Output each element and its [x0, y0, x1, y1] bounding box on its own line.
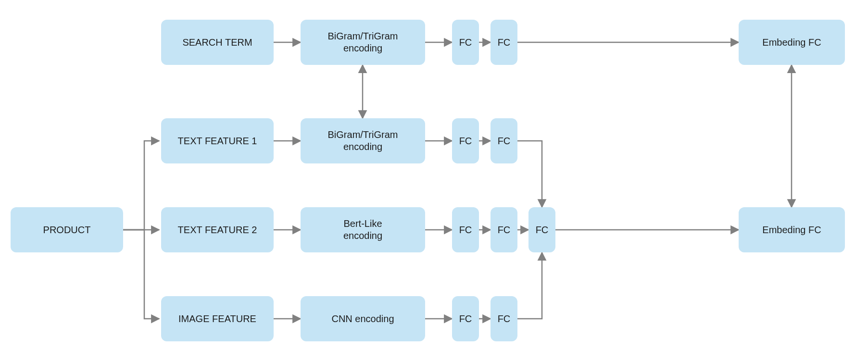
node-label: Embeding FC	[762, 37, 821, 49]
node-product-embedding-fc: Embeding FC	[739, 207, 845, 252]
node-label: BiGram/TriGramencoding	[328, 129, 398, 153]
edges-layer	[0, 0, 868, 362]
node-label: FC	[459, 135, 472, 147]
node-txt1-encoding: BiGram/TriGramencoding	[301, 118, 425, 163]
node-product: PRODUCT	[11, 207, 123, 252]
node-merge-fc: FC	[528, 207, 555, 252]
node-label: FC	[498, 37, 511, 49]
node-image-feature: IMAGE FEATURE	[161, 296, 274, 341]
node-label: Bert-Likeencoding	[343, 218, 382, 242]
node-txt1-fc1: FC	[452, 118, 479, 163]
node-label: SEARCH TERM	[182, 37, 252, 49]
node-label: CNN encoding	[331, 313, 394, 325]
node-search-encoding: BiGram/TriGramencoding	[301, 20, 425, 65]
node-label: FC	[498, 313, 511, 325]
node-text-feature-2: TEXT FEATURE 2	[161, 207, 274, 252]
node-label: PRODUCT	[43, 224, 91, 236]
node-txt2-fc2: FC	[491, 207, 517, 252]
diagram-canvas: SEARCH TERM BiGram/TriGramencoding FC FC…	[0, 0, 868, 362]
node-cnn-encoding: CNN encoding	[301, 296, 425, 341]
node-label: FC	[536, 224, 549, 236]
node-img-fc2: FC	[491, 296, 517, 341]
node-search-term: SEARCH TERM	[161, 20, 274, 65]
node-label: FC	[459, 37, 472, 49]
node-label: BiGram/TriGramencoding	[328, 30, 398, 54]
node-img-fc1: FC	[452, 296, 479, 341]
node-label: TEXT FEATURE 1	[178, 135, 257, 147]
node-txt2-encoding: Bert-Likeencoding	[301, 207, 425, 252]
node-label: IMAGE FEATURE	[178, 313, 256, 325]
node-label: TEXT FEATURE 2	[178, 224, 257, 236]
node-label: Embeding FC	[762, 224, 821, 236]
node-label: FC	[459, 224, 472, 236]
node-search-fc1: FC	[452, 20, 479, 65]
node-text-feature-1: TEXT FEATURE 1	[161, 118, 274, 163]
node-search-fc2: FC	[491, 20, 517, 65]
node-label: FC	[498, 224, 511, 236]
node-label: FC	[459, 313, 472, 325]
node-txt1-fc2: FC	[491, 118, 517, 163]
node-txt2-fc1: FC	[452, 207, 479, 252]
node-label: FC	[498, 135, 511, 147]
node-search-embedding-fc: Embeding FC	[739, 20, 845, 65]
